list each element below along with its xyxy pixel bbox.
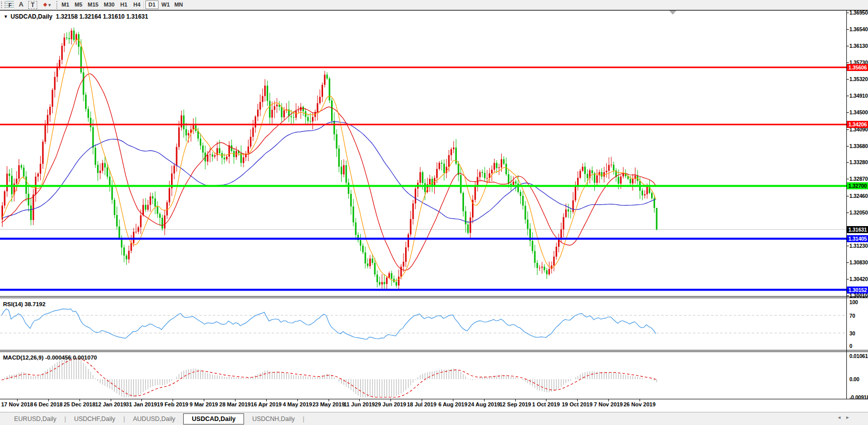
toolbar-separator <box>56 1 57 9</box>
date-label: 26 Nov 2019 <box>623 401 656 407</box>
price-tick-label: 1.34500 <box>849 109 868 115</box>
level-price-tag: 1.35606 <box>847 64 868 71</box>
price-tick-mark <box>847 129 849 130</box>
tab-audusd-daily[interactable]: AUDUSD,Daily <box>125 414 183 424</box>
chart-ohlc-values: 1.32158 1.32164 1.31610 1.31631 <box>56 13 148 20</box>
rsi-panel[interactable] <box>0 298 846 350</box>
level-price-tag: 1.30152 <box>847 287 868 294</box>
toolbar-drag-handle[interactable] <box>1 2 6 8</box>
current-price-tag: 1.31631 <box>847 226 868 233</box>
timeframe-button-m30[interactable]: M30 <box>102 1 117 9</box>
date-label: 12 Sep 2019 <box>500 401 531 407</box>
date-label: 9 Mar 2019 <box>190 401 218 407</box>
chart-shift-marker-icon[interactable] <box>669 11 676 15</box>
tab-usdcnh-daily[interactable]: USDCNH,Daily <box>244 414 303 424</box>
price-tick-mark <box>847 179 849 179</box>
date-label: 29 Jun 2019 <box>375 401 406 407</box>
timeframe-button-m5[interactable]: M5 <box>72 1 85 9</box>
chart-title: ▼USDCAD,Daily 1.32158 1.32164 1.31610 1.… <box>4 13 148 20</box>
price-tick-label: 1.30830 <box>849 259 868 265</box>
toolbar-group-separator <box>143 1 144 9</box>
tab-separator: | <box>303 415 304 422</box>
main-rsi-separator[interactable] <box>0 296 868 297</box>
timeframe-button-w1[interactable]: W1 <box>160 1 172 9</box>
date-label: 16 Apr 2019 <box>251 401 281 407</box>
price-tick-mark <box>847 79 849 80</box>
time-axis[interactable]: 17 Nov 20186 Dec 201825 Dec 201812 Jan 2… <box>0 399 846 412</box>
tab-scroll-nav: ◄► <box>837 415 854 420</box>
price-tick-mark <box>847 212 849 213</box>
price-tick-label: 1.31230 <box>849 243 868 249</box>
macd-signal-line <box>2 359 656 397</box>
chevron-down-icon[interactable]: ▾ <box>47 3 51 8</box>
price-tick-mark <box>847 13 849 13</box>
price-tick-label: 1.32050 <box>849 209 868 216</box>
date-label: 23 May 2019 <box>312 401 345 407</box>
chart-symbol-label: USDCAD,Daily <box>11 13 52 20</box>
price-tick-mark <box>847 246 849 246</box>
tab-usdchf-daily[interactable]: USDCHF,Daily <box>66 414 123 424</box>
symbol-dropdown-icon[interactable]: ▼ <box>4 14 11 19</box>
date-label: 11 Jun 2019 <box>344 401 375 407</box>
macd-indicator-label: MACD(12,26,9) -0.000456 0.001070 <box>3 355 97 361</box>
rsi-scale-label: 70 <box>849 313 855 319</box>
date-label: 6 Dec 2018 <box>34 401 63 407</box>
rsi-scale-label: 30 <box>849 330 855 336</box>
price-tick-mark <box>847 96 849 96</box>
date-label: 7 Nov 2019 <box>594 401 622 407</box>
ma-fast-line <box>2 39 656 281</box>
main-price-chart[interactable] <box>0 11 846 296</box>
price-tick-mark <box>847 146 849 147</box>
timeframe-button-m1[interactable]: M1 <box>59 1 71 9</box>
price-tick-mark <box>847 279 849 279</box>
fibonacci-icon[interactable]: F <box>6 1 14 9</box>
price-tick-label: 1.35320 <box>849 76 868 82</box>
macd-histogram <box>3 356 657 397</box>
price-tick-label: 1.36540 <box>849 26 868 32</box>
timeframe-button-m15[interactable]: M15 <box>86 1 101 9</box>
rsi-line <box>2 309 656 339</box>
up-candles <box>2 31 648 286</box>
date-label: 12 Jan 2019 <box>95 401 126 407</box>
price-tick-mark <box>847 162 849 163</box>
price-tick-mark <box>847 262 849 263</box>
tab-eurusd-daily[interactable]: EURUSD,Daily <box>6 414 64 424</box>
chart-tab-bar: EURUSD,Daily|USDCHF,Daily|AUDUSD,DailyUS… <box>0 412 868 425</box>
tab-usdcad-daily[interactable]: USDCAD,Daily <box>183 413 244 424</box>
price-tick-mark <box>847 62 849 63</box>
text-label-icon[interactable]: T <box>28 1 37 9</box>
price-tick-label: 1.33680 <box>849 143 868 149</box>
timeframe-button-mn[interactable]: MN <box>173 1 185 9</box>
arrows-style-icon[interactable]: ❖▾ <box>39 1 54 9</box>
trading-terminal: F A T ❖▾ M1M5M15M30H1H4D1W1MN ▼USDCAD,Da… <box>0 0 868 425</box>
macd-scale-label: -0.009181 <box>849 394 868 400</box>
date-label: 31 Jan 2019 <box>126 401 157 407</box>
price-tick-label: 1.36130 <box>849 43 868 49</box>
timeframe-button-d1[interactable]: D1 <box>145 1 159 9</box>
level-price-tag: 1.32700 <box>847 182 868 189</box>
date-label: 28 Mar 2019 <box>219 401 251 407</box>
price-tick-mark <box>847 29 849 30</box>
tabs-scroll-left-icon[interactable]: ◄ <box>837 415 845 420</box>
level-price-tag: 1.31405 <box>847 235 868 242</box>
chart-window[interactable]: ▼USDCAD,Daily 1.32158 1.32164 1.31610 1.… <box>0 10 868 412</box>
price-tick-mark <box>847 46 849 46</box>
date-label: 4 May 2019 <box>283 401 312 407</box>
timeframe-button-h4[interactable]: H4 <box>131 1 143 9</box>
timeframe-button-h1[interactable]: H1 <box>118 1 130 9</box>
price-tick-mark <box>847 296 849 296</box>
arrow-style-glyph: ❖ <box>43 2 47 8</box>
date-label: 19 Oct 2019 <box>562 401 592 407</box>
level-price-tag: 1.34206 <box>847 121 868 128</box>
rsi-scale-label: 100 <box>849 299 858 305</box>
price-tick-label: 1.30420 <box>849 276 868 282</box>
tabs-scroll-right-icon[interactable]: ► <box>845 415 854 420</box>
price-tick-label: 1.32870 <box>849 176 868 182</box>
date-label: 25 Dec 2018 <box>64 401 96 407</box>
rsi-indicator-label: RSI(14) 38.7192 <box>3 301 45 307</box>
macd-panel[interactable] <box>0 352 846 399</box>
text-icon[interactable]: A <box>17 1 25 9</box>
rsi-macd-separator[interactable] <box>0 350 868 350</box>
price-tick-label: 1.32460 <box>849 193 868 199</box>
date-label: 17 Nov 2018 <box>1 401 33 407</box>
